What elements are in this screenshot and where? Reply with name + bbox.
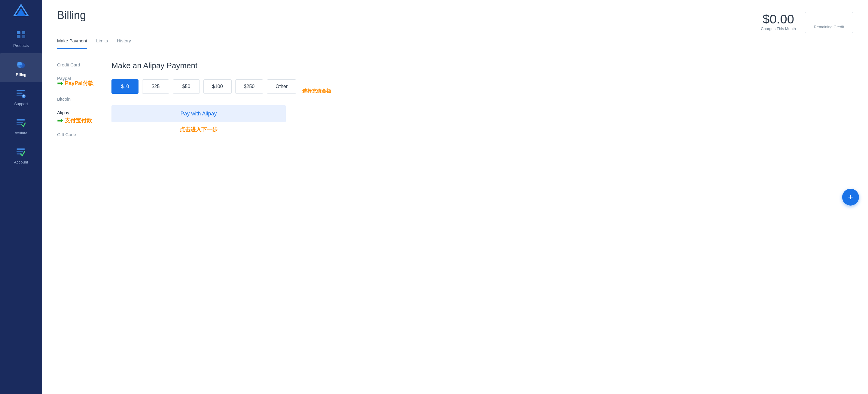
nav-bitcoin[interactable]: Bitcoin bbox=[57, 95, 93, 103]
alipay-arrow-icon: ➡ bbox=[57, 116, 63, 125]
remaining-credit-block: Remaining Credit bbox=[805, 12, 853, 33]
tab-history[interactable]: History bbox=[117, 33, 131, 49]
nav-alipay[interactable]: Alipay bbox=[57, 109, 93, 116]
charges-block: $0.00 Charges This Month bbox=[761, 12, 796, 31]
sidebar-item-products-label: Products bbox=[13, 43, 29, 48]
amount-btn-10[interactable]: $10 bbox=[112, 79, 138, 94]
sidebar-item-support-label: Support bbox=[14, 101, 28, 106]
click-next-annotation: 点击进入下一步 bbox=[112, 126, 286, 133]
charges-label: Charges This Month bbox=[761, 26, 796, 31]
svg-rect-3 bbox=[17, 35, 21, 38]
svg-rect-4 bbox=[22, 31, 25, 34]
payment-title: Make an Alipay Payment bbox=[112, 61, 853, 70]
affiliate-icon bbox=[15, 117, 27, 129]
alipay-annotation: ➡ 支付宝付款 bbox=[57, 116, 93, 125]
svg-rect-9 bbox=[17, 90, 25, 91]
amount-btn-other[interactable]: Other bbox=[267, 79, 296, 94]
svg-rect-2 bbox=[17, 31, 21, 34]
sidebar-item-billing-label: Billing bbox=[16, 72, 26, 77]
sidebar-item-affiliate[interactable]: Affiliate bbox=[0, 112, 42, 141]
sidebar: Products Billing ? Support bbox=[0, 0, 42, 394]
tab-make-payment[interactable]: Make Payment bbox=[57, 33, 87, 49]
sidebar-item-products[interactable]: Products bbox=[0, 24, 42, 53]
svg-rect-10 bbox=[17, 93, 23, 94]
svg-rect-17 bbox=[17, 148, 25, 150]
alipay-annotation-text: 支付宝付款 bbox=[65, 117, 92, 124]
account-icon bbox=[15, 146, 27, 158]
support-icon: ? bbox=[15, 88, 27, 100]
content-area: Credit Card Paypal ➡ PayPal付款 Bitcoin Al… bbox=[42, 49, 868, 394]
header-right: $0.00 Charges This Month Remaining Credi… bbox=[761, 9, 853, 33]
page-title: Billing bbox=[57, 9, 86, 28]
sidebar-item-billing[interactable]: Billing bbox=[0, 53, 42, 82]
page-header: Billing $0.00 Charges This Month Remaini… bbox=[42, 0, 868, 33]
amount-buttons: $10 $25 $50 $100 $250 Other bbox=[112, 79, 296, 94]
sidebar-logo bbox=[12, 3, 30, 18]
choose-amount-annotation: 选择充值金额 bbox=[302, 88, 331, 94]
payment-method-nav: Credit Card Paypal ➡ PayPal付款 Bitcoin Al… bbox=[57, 61, 93, 382]
tabs-bar: Make Payment Limits History bbox=[42, 33, 868, 49]
svg-rect-5 bbox=[22, 35, 25, 38]
sidebar-item-account-label: Account bbox=[14, 160, 28, 164]
svg-rect-8 bbox=[18, 62, 22, 65]
sidebar-item-affiliate-label: Affiliate bbox=[15, 131, 27, 135]
pay-button-wrapper: Pay with Alipay 点击进入下一步 bbox=[112, 105, 286, 133]
nav-alipay-section: Alipay ➡ 支付宝付款 bbox=[57, 109, 93, 125]
main-content: Billing $0.00 Charges This Month Remaini… bbox=[42, 0, 868, 394]
payment-section: Make an Alipay Payment $10 $25 $50 $100 bbox=[112, 61, 853, 382]
nav-gift-code[interactable]: Gift Code bbox=[57, 131, 93, 138]
sidebar-item-support[interactable]: ? Support bbox=[0, 82, 42, 112]
amount-btn-250[interactable]: $250 bbox=[235, 79, 264, 94]
amount-btn-50[interactable]: $50 bbox=[173, 79, 200, 94]
svg-rect-14 bbox=[17, 119, 25, 121]
pay-with-alipay-button[interactable]: Pay with Alipay bbox=[112, 105, 286, 122]
svg-text:?: ? bbox=[23, 95, 25, 98]
svg-rect-16 bbox=[17, 124, 22, 125]
svg-rect-15 bbox=[17, 122, 23, 123]
billing-icon bbox=[15, 59, 27, 71]
products-icon bbox=[15, 29, 27, 41]
remaining-credit-label: Remaining Credit bbox=[814, 25, 844, 29]
svg-rect-18 bbox=[17, 151, 23, 152]
nav-credit-card[interactable]: Credit Card bbox=[57, 61, 93, 68]
click-next-text: 点击进入下一步 bbox=[180, 126, 218, 132]
nav-paypal-section: Paypal ➡ PayPal付款 bbox=[57, 74, 93, 89]
amount-btn-100[interactable]: $100 bbox=[204, 79, 231, 94]
fab-button[interactable]: + bbox=[842, 189, 859, 206]
amount-btn-25[interactable]: $25 bbox=[142, 79, 169, 94]
tab-limits[interactable]: Limits bbox=[96, 33, 108, 49]
charges-amount: $0.00 bbox=[761, 12, 796, 26]
sidebar-item-account[interactable]: Account bbox=[0, 141, 42, 170]
